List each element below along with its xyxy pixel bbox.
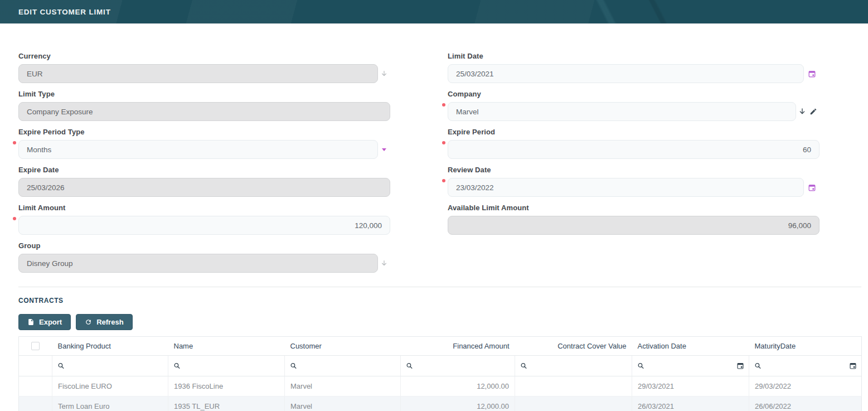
required-indicator bbox=[13, 217, 16, 220]
filter-activation-date[interactable] bbox=[632, 356, 749, 376]
table-filter-row bbox=[19, 356, 862, 376]
search-icon bbox=[637, 362, 644, 370]
refresh-button[interactable]: Refresh bbox=[76, 314, 132, 330]
search-icon bbox=[290, 362, 297, 370]
required-indicator bbox=[442, 103, 445, 107]
filter-customer[interactable] bbox=[285, 356, 401, 376]
limit-amount-label: Limit Amount bbox=[18, 204, 390, 212]
expire-period-type-caret-down-icon[interactable] bbox=[378, 148, 390, 151]
currency-dropdown-arrow-icon bbox=[378, 70, 390, 78]
cell-customer: Marvel bbox=[285, 397, 401, 411]
cell-customer: Marvel bbox=[285, 376, 401, 397]
cell-banking-product: Term Loan Euro bbox=[52, 397, 168, 411]
customer-limit-form: Currency Limit Type Expire Period Type bbox=[0, 24, 868, 279]
cell-financed-amount: 12,000.00 bbox=[401, 376, 515, 397]
search-icon bbox=[406, 362, 413, 370]
contracts-section-title: CONTRACTS bbox=[18, 297, 861, 304]
expire-period-field: Expire Period bbox=[448, 128, 819, 159]
cell-activation-date: 29/03/2021 bbox=[632, 376, 749, 397]
filter-contract-cover-value[interactable] bbox=[515, 356, 632, 376]
limit-type-label: Limit Type bbox=[18, 90, 390, 98]
export-button-label: Export bbox=[39, 318, 62, 326]
table-header-row: Banking Product Name Customer Financed A… bbox=[19, 337, 862, 356]
limit-date-label: Limit Date bbox=[448, 52, 819, 60]
cell-financed-amount: 12,000.00 bbox=[401, 397, 515, 411]
search-icon bbox=[57, 362, 65, 370]
table-row[interactable]: Term Loan Euro 1935 TL_EUR Marvel 12,000… bbox=[19, 397, 862, 411]
cell-contract-cover-value bbox=[515, 376, 632, 397]
required-indicator bbox=[442, 141, 445, 144]
column-header-activation-date[interactable]: Activation Date bbox=[632, 337, 749, 356]
refresh-button-label: Refresh bbox=[96, 318, 123, 326]
column-header-name[interactable]: Name bbox=[168, 337, 285, 356]
currency-label: Currency bbox=[18, 52, 390, 60]
expire-date-field: Expire Date bbox=[18, 166, 390, 197]
required-indicator bbox=[442, 179, 445, 182]
table-row[interactable]: FiscoLine EURO 1936 FiscoLine Marvel 12,… bbox=[19, 376, 862, 397]
column-header-customer[interactable]: Customer bbox=[285, 337, 401, 356]
search-icon bbox=[754, 362, 762, 370]
limit-amount-field: Limit Amount bbox=[18, 204, 390, 235]
expire-date-input bbox=[18, 178, 390, 197]
contracts-table: Banking Product Name Customer Financed A… bbox=[18, 336, 862, 411]
company-edit-pencil-icon[interactable] bbox=[809, 108, 817, 115]
filter-banking-product[interactable] bbox=[52, 356, 168, 376]
search-icon bbox=[173, 362, 181, 370]
column-header-maturity-date[interactable]: MaturityDate bbox=[749, 337, 862, 356]
expire-period-type-label: Expire Period Type bbox=[18, 128, 390, 136]
form-left-column: Currency Limit Type Expire Period Type bbox=[18, 52, 390, 279]
calendar-icon[interactable] bbox=[849, 362, 857, 370]
column-header-banking-product[interactable]: Banking Product bbox=[52, 337, 168, 356]
limit-date-calendar-icon[interactable] bbox=[804, 70, 819, 78]
cell-name: 1935 TL_EUR bbox=[168, 397, 285, 411]
filter-name[interactable] bbox=[168, 356, 285, 376]
cell-activation-date: 26/03/2021 bbox=[632, 397, 749, 411]
cell-name: 1936 FiscoLine bbox=[168, 376, 285, 397]
search-icon bbox=[520, 362, 527, 370]
group-input bbox=[18, 254, 378, 273]
group-field: Group bbox=[18, 241, 390, 273]
contracts-section: CONTRACTS Export Refresh Banking Product… bbox=[0, 287, 868, 411]
cell-contract-cover-value bbox=[515, 397, 632, 411]
limit-date-input[interactable] bbox=[448, 64, 804, 83]
cell-banking-product: FiscoLine EURO bbox=[52, 376, 168, 397]
review-date-field: Review Date bbox=[448, 166, 819, 197]
page-title: EDIT CUSTOMER LIMIT bbox=[18, 8, 111, 16]
refresh-icon bbox=[85, 318, 92, 326]
limit-amount-input[interactable] bbox=[18, 216, 390, 235]
available-limit-amount-input bbox=[448, 216, 819, 235]
limit-type-field: Limit Type bbox=[18, 90, 390, 121]
expire-date-label: Expire Date bbox=[18, 166, 390, 174]
filter-financed-amount[interactable] bbox=[401, 356, 515, 376]
required-indicator bbox=[13, 141, 16, 144]
company-dropdown-arrow-icon[interactable] bbox=[798, 108, 806, 115]
review-date-input[interactable] bbox=[448, 178, 804, 197]
group-dropdown-arrow-icon bbox=[378, 259, 390, 267]
cell-maturity-date: 29/03/2022 bbox=[749, 376, 862, 397]
available-limit-amount-label: Available Limit Amount bbox=[448, 204, 819, 212]
expire-period-type-select[interactable] bbox=[18, 140, 378, 159]
limit-date-field: Limit Date bbox=[448, 52, 819, 83]
expire-period-label: Expire Period bbox=[448, 128, 819, 136]
currency-field: Currency bbox=[18, 52, 390, 83]
column-header-contract-cover-value[interactable]: Contract Cover Value bbox=[515, 337, 632, 356]
form-right-column: Limit Date Company bbox=[448, 52, 819, 279]
export-file-icon bbox=[27, 318, 35, 326]
review-date-label: Review Date bbox=[448, 166, 819, 174]
expire-period-input[interactable] bbox=[448, 140, 819, 159]
cell-maturity-date: 26/06/2022 bbox=[749, 397, 862, 411]
review-date-calendar-icon[interactable] bbox=[804, 183, 819, 192]
export-button[interactable]: Export bbox=[18, 314, 71, 330]
page-header: EDIT CUSTOMER LIMIT bbox=[0, 0, 868, 24]
column-header-financed-amount[interactable]: Financed Amount bbox=[401, 337, 515, 356]
filter-maturity-date[interactable] bbox=[749, 356, 862, 376]
select-all-checkbox[interactable] bbox=[31, 342, 40, 350]
available-limit-amount-field: Available Limit Amount bbox=[448, 204, 819, 235]
currency-input bbox=[18, 64, 378, 83]
company-field: Company bbox=[448, 90, 819, 121]
company-input[interactable] bbox=[448, 102, 796, 121]
limit-type-input bbox=[18, 102, 390, 121]
calendar-icon[interactable] bbox=[736, 362, 744, 370]
group-label: Group bbox=[18, 241, 390, 250]
expire-period-type-field: Expire Period Type bbox=[18, 128, 390, 159]
